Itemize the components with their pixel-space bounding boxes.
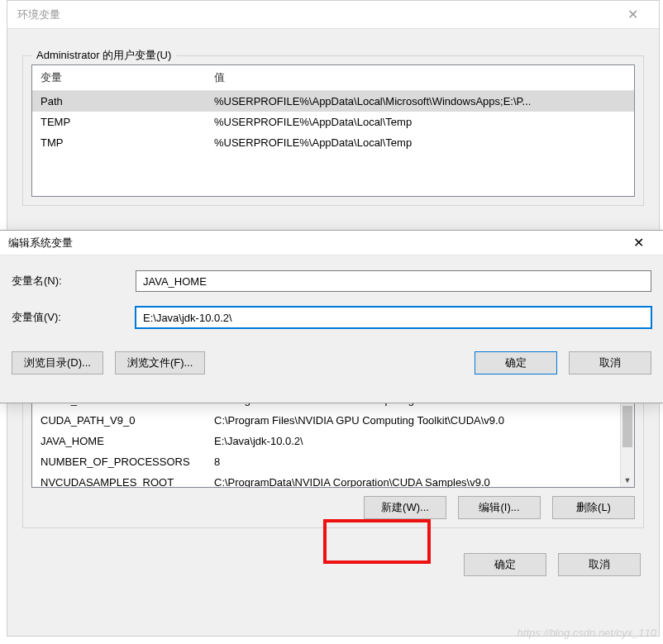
cell-name: JAVA_HOME xyxy=(32,432,206,450)
col-header-value[interactable]: 值 xyxy=(206,65,634,90)
cell-name: TMP xyxy=(32,134,206,151)
col-header-name[interactable]: 变量 xyxy=(32,65,206,90)
table-row[interactable]: CUDA_PATH_V9_0 C:\Program Files\NVIDIA G… xyxy=(32,410,634,431)
cell-name: CUDA_PATH_V9_0 xyxy=(32,412,206,429)
dialog-footer: 确定 取消 xyxy=(7,540,659,593)
table-row[interactable]: JAVA_HOME E:\Java\jdk-10.0.2\ xyxy=(32,431,634,451)
scroll-down-icon[interactable]: ▼ xyxy=(621,473,634,487)
table-row[interactable]: TEMP %USERPROFILE%\AppData\Local\Temp xyxy=(32,112,634,132)
list-header: 变量 值 xyxy=(32,65,634,91)
user-variables-legend: Administrator 的用户变量(U) xyxy=(31,48,176,63)
cell-name: TEMP xyxy=(32,113,206,131)
user-variables-list[interactable]: 变量 值 Path %USERPROFILE%\AppData\Local\Mi… xyxy=(31,64,635,197)
var-value-label: 变量值(V): xyxy=(12,310,136,325)
table-row[interactable]: NUMBER_OF_PROCESSORS 8 xyxy=(32,451,634,472)
edit-system-variable-dialog: 编辑系统变量 ✕ 变量名(N): 变量值(V): 浏览目录(D)... 浏览文件… xyxy=(0,230,663,403)
close-icon[interactable]: ✕ xyxy=(616,1,649,29)
scroll-thumb[interactable] xyxy=(622,406,632,447)
edit-title: 编辑系统变量 xyxy=(8,231,73,255)
cancel-button[interactable]: 取消 xyxy=(558,553,641,576)
browse-file-button[interactable]: 浏览文件(F)... xyxy=(115,351,205,374)
var-value-input[interactable] xyxy=(136,307,651,328)
new-button[interactable]: 新建(W)... xyxy=(364,496,446,519)
cell-value: %USERPROFILE%\AppData\Local\Temp xyxy=(206,113,634,131)
cell-value: %USERPROFILE%\AppData\Local\Microsoft\Wi… xyxy=(206,93,634,110)
table-row[interactable]: Path %USERPROFILE%\AppData\Local\Microso… xyxy=(32,91,634,112)
edit-titlebar: 编辑系统变量 ✕ xyxy=(0,231,663,255)
cell-name: NUMBER_OF_PROCESSORS xyxy=(32,453,206,470)
close-icon[interactable]: ✕ xyxy=(622,231,655,255)
env-titlebar: 环境变量 ✕ xyxy=(7,1,659,29)
var-name-label: 变量名(N): xyxy=(12,274,136,289)
cell-value: E:\Java\jdk-10.0.2\ xyxy=(206,432,634,450)
table-row[interactable]: NVCUDASAMPLES_ROOT C:\ProgramData\NVIDIA… xyxy=(32,472,634,488)
cell-name: NVCUDASAMPLES_ROOT xyxy=(32,474,206,488)
browse-directory-button[interactable]: 浏览目录(D)... xyxy=(12,351,103,374)
scrollbar[interactable]: ▲ ▼ xyxy=(620,389,634,487)
system-variables-group: CUDA_PATH C:\Program Files\NVIDIA GPU Co… xyxy=(22,384,644,528)
table-row[interactable]: TMP %USERPROFILE%\AppData\Local\Temp xyxy=(32,132,634,153)
cell-value: C:\Program Files\NVIDIA GPU Computing To… xyxy=(206,412,634,429)
cell-value: C:\ProgramData\NVIDIA Corporation\CUDA S… xyxy=(206,474,634,488)
ok-button[interactable]: 确定 xyxy=(475,351,557,374)
edit-button[interactable]: 编辑(I)... xyxy=(458,496,541,519)
cell-value: %USERPROFILE%\AppData\Local\Temp xyxy=(206,134,634,151)
var-name-input[interactable] xyxy=(136,270,651,292)
env-title: 环境变量 xyxy=(17,1,60,29)
cell-name: Path xyxy=(32,93,206,110)
system-variables-list[interactable]: CUDA_PATH C:\Program Files\NVIDIA GPU Co… xyxy=(31,389,635,488)
user-variables-group: Administrator 的用户变量(U) 变量 值 Path %USERPR… xyxy=(22,55,644,206)
ok-button[interactable]: 确定 xyxy=(464,553,546,576)
delete-button[interactable]: 删除(L) xyxy=(552,496,635,519)
cell-value: 8 xyxy=(206,453,634,470)
cancel-button[interactable]: 取消 xyxy=(569,351,651,374)
